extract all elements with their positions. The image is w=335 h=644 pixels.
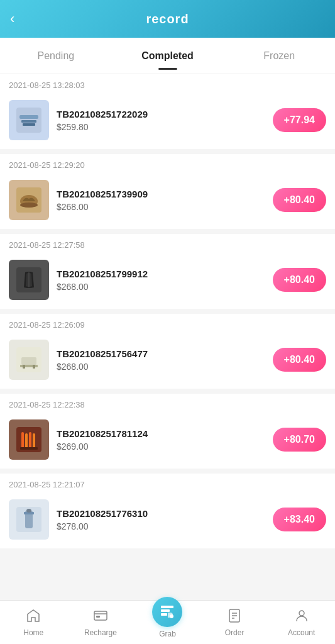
svg-rect-3	[23, 123, 35, 126]
svg-rect-26	[96, 616, 100, 618]
record-price-5: $269.00	[57, 441, 265, 452]
record-group-2: 2021-08-25 12:29:20 TB202108251739909 $2…	[0, 154, 335, 229]
record-thumbnail-2	[9, 180, 49, 220]
record-thumbnail-5	[9, 419, 49, 460]
recharge-icon	[93, 608, 108, 626]
header-title: record	[146, 12, 189, 26]
back-button[interactable]: ‹	[10, 11, 14, 27]
svg-point-6	[20, 203, 38, 208]
svg-point-30	[170, 614, 173, 618]
record-info-4: TB202108251756477 $268.00	[57, 348, 265, 372]
record-thumbnail-6	[9, 499, 49, 540]
tab-completed[interactable]: Completed	[112, 38, 224, 74]
account-icon	[294, 608, 309, 626]
svg-rect-24	[94, 611, 107, 620]
nav-grab-label: Grab	[159, 630, 176, 638]
record-price-2: $268.00	[57, 202, 265, 212]
record-item-4[interactable]: TB202108251756477 $268.00 +80.40	[0, 333, 335, 389]
record-date-2: 2021-08-25 12:29:20	[0, 154, 335, 174]
record-info-5: TB202108251781124 $269.00	[57, 428, 265, 452]
record-thumbnail-4	[9, 340, 49, 380]
svg-rect-15	[21, 432, 24, 450]
record-order-id-1: TB202108251722029	[57, 109, 265, 119]
nav-account[interactable]: Account	[268, 608, 335, 637]
svg-rect-2	[21, 120, 36, 123]
record-info-3: TB202108251799912 $268.00	[57, 269, 265, 292]
record-info-1: TB202108251722029 $259.80	[57, 109, 265, 132]
record-thumbnail-3	[9, 260, 49, 300]
record-amount-5: +80.70	[273, 428, 326, 452]
order-icon	[227, 608, 242, 626]
nav-home-label: Home	[23, 628, 43, 637]
svg-rect-28	[161, 609, 170, 612]
nav-grab[interactable]: Grab	[134, 607, 201, 638]
record-date-5: 2021-08-25 12:22:38	[0, 394, 335, 413]
record-price-1: $259.80	[57, 122, 265, 132]
tabs-bar: Pending Completed Frozen	[0, 38, 335, 74]
record-item-6[interactable]: TB202108251776310 $278.00 +83.40	[0, 493, 335, 548]
record-amount-3: +80.40	[273, 268, 326, 292]
record-amount-6: +83.40	[273, 508, 326, 531]
tab-pending[interactable]: Pending	[0, 38, 112, 74]
record-order-id-3: TB202108251799912	[57, 269, 265, 279]
record-amount-4: +80.40	[273, 348, 326, 372]
record-info-2: TB202108251739909 $268.00	[57, 189, 265, 212]
record-item-5[interactable]: TB202108251781124 $269.00 +80.70	[0, 413, 335, 469]
record-order-id-4: TB202108251756477	[57, 348, 265, 359]
record-group-6: 2021-08-25 12:21:07 TB202108251776310 $2…	[0, 474, 335, 548]
svg-rect-10	[21, 357, 36, 365]
svg-rect-19	[20, 447, 38, 450]
record-order-id-2: TB202108251739909	[57, 189, 265, 199]
header: ‹ record	[0, 0, 335, 38]
record-group-3: 2021-08-25 12:27:58 TB202108251799912 $2…	[0, 234, 335, 309]
bottom-navigation: Home Recharge Grab	[0, 600, 335, 644]
records-list: 2021-08-25 13:28:03 TB202108251722029 $2…	[0, 74, 335, 604]
record-date-4: 2021-08-25 12:26:09	[0, 314, 335, 333]
record-amount-2: +80.40	[273, 188, 326, 212]
nav-home[interactable]: Home	[0, 608, 67, 637]
home-icon	[26, 608, 41, 626]
record-info-6: TB202108251776310 $278.00	[57, 508, 265, 531]
svg-rect-17	[29, 432, 31, 450]
record-thumbnail-1	[9, 100, 49, 140]
nav-order[interactable]: Order	[201, 608, 268, 637]
record-date-3: 2021-08-25 12:27:58	[0, 234, 335, 253]
record-amount-1: +77.94	[273, 108, 326, 132]
record-group-1: 2021-08-25 13:28:03 TB202108251722029 $2…	[0, 74, 335, 149]
record-group-4: 2021-08-25 12:26:09 TB202108251756477 $2…	[0, 314, 335, 389]
nav-account-label: Account	[288, 628, 315, 637]
record-item-1[interactable]: TB202108251722029 $259.80 +77.94	[0, 94, 335, 149]
svg-rect-12	[23, 365, 25, 369]
svg-rect-29	[161, 613, 167, 616]
svg-rect-1	[19, 115, 38, 119]
record-order-id-6: TB202108251776310	[57, 508, 265, 519]
record-price-6: $278.00	[57, 521, 265, 531]
record-date-1: 2021-08-25 13:28:03	[0, 74, 335, 94]
record-item-2[interactable]: TB202108251739909 $268.00 +80.40	[0, 174, 335, 229]
record-date-6: 2021-08-25 12:21:07	[0, 474, 335, 493]
record-price-4: $268.00	[57, 362, 265, 372]
svg-point-23	[26, 509, 31, 513]
record-item-3[interactable]: TB202108251799912 $268.00 +80.40	[0, 253, 335, 309]
tab-frozen[interactable]: Frozen	[223, 38, 335, 74]
svg-rect-13	[33, 365, 35, 369]
record-group-5: 2021-08-25 12:22:38 TB202108251781124 $2…	[0, 394, 335, 469]
nav-recharge[interactable]: Recharge	[67, 608, 135, 637]
grab-circle	[152, 597, 182, 627]
nav-recharge-label: Recharge	[84, 628, 117, 637]
svg-rect-27	[161, 606, 173, 608]
record-price-3: $268.00	[57, 282, 265, 292]
nav-order-label: Order	[225, 628, 244, 637]
svg-point-35	[299, 611, 304, 616]
record-order-id-5: TB202108251781124	[57, 428, 265, 439]
